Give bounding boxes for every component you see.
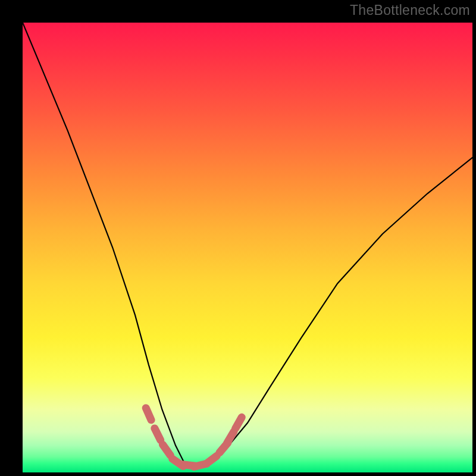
highlight-marker: [163, 444, 171, 455]
chart-stage: TheBottleneck.com: [0, 0, 476, 476]
highlight-marker-group: [146, 408, 242, 467]
watermark-text: TheBottleneck.com: [350, 2, 470, 18]
bottleneck-curve-path: [23, 23, 472, 466]
plot-area: [23, 23, 472, 472]
bottleneck-curve-svg: [23, 23, 472, 472]
highlight-marker: [146, 408, 151, 420]
highlight-marker: [236, 417, 242, 428]
highlight-marker: [155, 428, 161, 440]
highlight-marker: [206, 456, 217, 464]
